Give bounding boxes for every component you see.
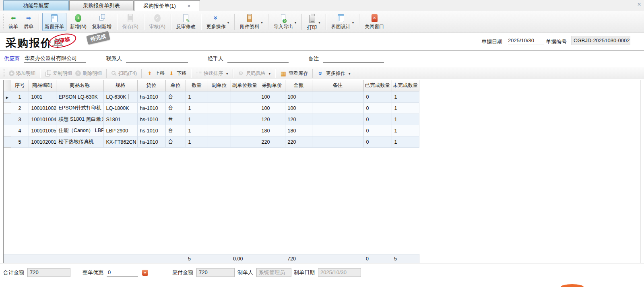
grid-cell[interactable]: 120 [285,114,312,125]
grid-cell[interactable]: 台 [165,136,186,148]
grid-col-header[interactable]: 单位 [165,80,186,91]
grid-cell[interactable] [208,103,231,114]
grid-col-header[interactable]: 副单位数量 [231,80,259,91]
grid-cell[interactable]: hs-1010 [137,103,165,114]
grid-cell[interactable] [312,136,363,148]
grid-cell[interactable]: 佳能（Canon） LBP [56,125,103,136]
close-window-button[interactable]: 关闭窗口 [363,13,386,31]
grid-cell[interactable]: 100101002 [29,103,56,114]
grid-cell[interactable] [312,114,363,125]
grid-cell[interactable]: 1001 [29,91,56,103]
tab-quote-doc[interactable]: 采购报价单(1)✕ [134,0,200,11]
grid-cell[interactable]: 1 [392,114,419,125]
remark-input[interactable] [323,54,384,63]
grid-cell[interactable]: 台 [165,91,186,103]
grid-cell[interactable]: EPSON针式打印机 [56,103,103,114]
attachments-button[interactable]: 附件资料 [238,13,265,31]
grid-cell[interactable]: 0 [363,114,392,125]
grid-cell[interactable]: hs-1010 [137,114,165,125]
next-doc-button[interactable]: 后单 [22,13,35,31]
close-all-tabs-icon[interactable]: ✕ [637,2,641,7]
grid-cell[interactable]: 180 [285,125,312,136]
grid-cell[interactable] [312,91,363,103]
grid-cell[interactable]: 3 [11,114,29,125]
grid-col-header[interactable]: 未完成数量 [392,80,419,91]
grid-cell[interactable]: 0 [363,136,392,148]
grid-cell[interactable] [312,103,363,114]
grid-cell[interactable]: 1 [186,125,208,136]
grid-cell[interactable]: 100102001 [29,136,56,148]
row-selector-cell[interactable] [4,91,11,103]
import-export-button[interactable]: 导入导出 [272,13,299,31]
grid-cell[interactable]: 0 [363,91,392,103]
grid-cell[interactable]: 1 [186,91,208,103]
row-selector-cell[interactable] [4,125,11,136]
grid-cell[interactable]: 0 [363,103,392,114]
grid-col-header[interactable]: 备注 [312,80,363,91]
grid-cell[interactable]: 1 [11,91,29,103]
grid-col-header[interactable]: 采购单价 [259,80,285,91]
tab-quote-list[interactable]: 采购报价单列表 [69,0,134,10]
grid-cell[interactable] [231,125,259,136]
grid-cell[interactable] [231,103,259,114]
contact-input[interactable] [126,54,188,63]
grid-cell[interactable]: EPSON LQ-630K [56,91,103,103]
grid-col-header[interactable]: 货位 [137,80,165,91]
grid-cell[interactable]: hs-1010 [137,91,165,103]
grid-cell[interactable]: 2 [11,103,29,114]
grid-cell[interactable] [312,125,363,136]
grid-cell[interactable]: 0 [363,125,392,136]
grid-col-header[interactable]: 数量 [186,80,208,91]
unaudit-edit-button[interactable]: 反审修改 [174,13,198,31]
grid-cell[interactable]: 台 [165,103,186,114]
grid-cell[interactable]: LQ-630K [103,91,137,103]
grid-cell[interactable]: hs-1010 [137,136,165,148]
grid-cell[interactable]: 100101005 [29,125,56,136]
grid-cell[interactable]: 220 [259,136,285,148]
tab-function-nav[interactable]: 功能导航窗 [3,0,69,10]
view-stock-button[interactable]: 查看库存 [280,70,308,77]
grid-cell[interactable]: 100101004 [29,114,56,125]
grid-cell[interactable]: 120 [259,114,285,125]
grid-col-header[interactable]: 已完成数量 [363,80,392,91]
grid-cell[interactable]: 5 [11,136,29,148]
row-selector-cell[interactable] [4,136,11,148]
grid-cell[interactable]: 100 [285,91,312,103]
grid-cell[interactable]: hs-1010 [137,125,165,136]
grid-cell[interactable]: KX-FT862CN [103,136,137,148]
grid-cell[interactable]: 松下热敏传真机 [56,136,103,148]
grid-cell[interactable]: 4 [11,125,29,136]
grid-cell[interactable] [208,125,231,136]
grid-cell[interactable] [231,114,259,125]
add-new-button[interactable]: 新增(N) [68,13,89,31]
grid-col-header[interactable]: 商品名称 [56,80,103,91]
row-selector-cell[interactable] [4,114,11,125]
grid-cell[interactable] [231,91,259,103]
grid-col-header[interactable]: 副单位 [208,80,231,91]
more-actions-button[interactable]: 更多操作 [204,13,231,31]
new-window-doc-button[interactable]: 新窗开单 [42,13,66,31]
grid-cell[interactable]: 联想 S1801 黑白激光 [56,114,103,125]
tab-close-icon[interactable]: ✕ [187,4,191,8]
grid-cell[interactable]: 1 [392,91,419,103]
discount-input[interactable]: 0 [107,268,138,277]
grid-col-header[interactable]: 金额 [285,80,312,91]
grid-cell[interactable]: LBP 2900 [103,125,137,136]
grid-cell[interactable]: 1 [392,136,419,148]
grid-cell[interactable] [208,91,231,103]
move-down-button[interactable]: 下移 [168,70,186,77]
grid-cell[interactable]: 1 [186,136,208,148]
grid-cell[interactable]: 台 [165,114,186,125]
grid-cell[interactable]: S1801 [103,114,137,125]
grid-col-header[interactable]: 序号 [11,80,29,91]
grid-cell[interactable]: 1 [186,114,208,125]
supplier-input[interactable]: 华夏办公器材有限公司 [24,54,86,63]
grid-cell[interactable] [231,136,259,148]
grid-cell[interactable]: 1 [186,103,208,114]
move-up-button[interactable]: 上移 [146,70,165,77]
grid-cell[interactable]: 100 [259,103,285,114]
grid-cell[interactable] [208,136,231,148]
grid-cell[interactable]: 180 [259,125,285,136]
grid-cell[interactable]: 1 [392,103,419,114]
print-button[interactable]: 打印 [305,13,322,31]
